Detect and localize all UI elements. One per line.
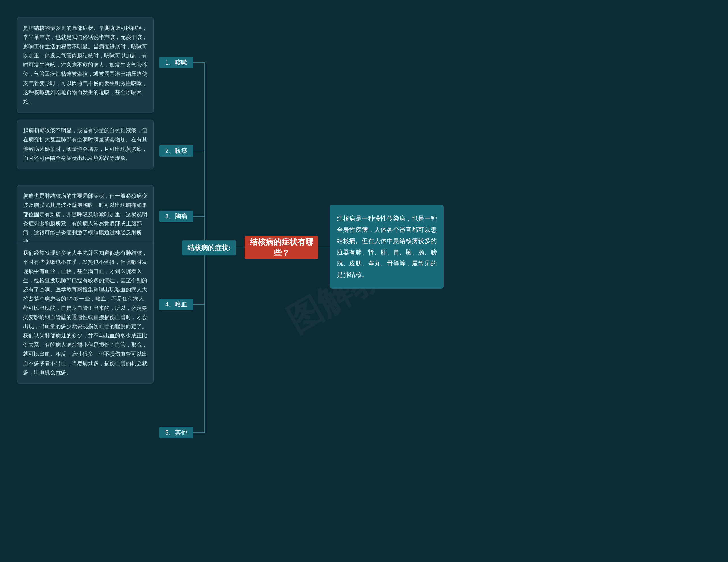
content-text-4: 我们经常发现好多病人事先并不知道他患有肺结核，平时有些咳嗽也不在乎，发热也不觉得… [23, 250, 147, 375]
branch-label-2: 2、咳痰 [159, 145, 193, 156]
branch-label-text-5: 5、其他 [165, 428, 187, 437]
branch-label-text-3: 3、胸痛 [165, 212, 187, 220]
content-box-1: 是肺结核的最多见的局部症状。早期咳嗽可以很轻，常呈单声咳，也就是我们俗话说半声咳… [17, 17, 154, 113]
central-node: 结核病的症状有哪些？ [245, 236, 319, 259]
label-node: 结核病的症状: [182, 240, 236, 255]
branch-label-1: 1、咳嗽 [159, 57, 193, 68]
content-box-4: 我们经常发现好多病人事先并不知道他患有肺结核，平时有些咳嗽也不在乎，发热也不觉得… [17, 242, 154, 384]
branch-label-text-4: 4、咯血 [165, 300, 187, 309]
content-text-3: 胸痛也是肺结核病的主要局部症状，但一般必须病变波及胸膜尤其是波及壁层胸膜，时可以… [23, 193, 147, 245]
branch-label-text-2: 2、咳痰 [165, 146, 187, 155]
mind-map: 图解教育网 结核病的症状有哪些？ [0, 0, 728, 562]
content-text-2: 起病初期咳痰不明显，或者有少量的白色粘液痰，但在病变扩大甚至肺部有空洞时痰量就会… [23, 127, 147, 161]
content-text-1: 是肺结核的最多见的局部症状。早期咳嗽可以很轻，常呈单声咳，也就是我们俗话说半声咳… [23, 25, 147, 104]
branch-label-text-1: 1、咳嗽 [165, 58, 187, 67]
label-node-text: 结核病的症状: [187, 243, 231, 252]
central-node-text: 结核病的症状有哪些？ [245, 237, 319, 258]
info-box: 结核病是一种慢性传染病，也是一种全身性疾病，人体各个器官都可以患结核病。但在人体… [330, 205, 444, 289]
content-box-2: 起病初期咳痰不明显，或者有少量的白色粘液痰，但在病变扩大甚至肺部有空洞时痰量就会… [17, 119, 154, 169]
branch-label-5: 5、其他 [159, 427, 193, 438]
branch-label-4: 4、咯血 [159, 299, 193, 310]
branch-label-3: 3、胸痛 [159, 210, 193, 222]
info-box-text: 结核病是一种慢性传染病，也是一种全身性疾病，人体各个器官都可以患结核病。但在人体… [337, 215, 437, 278]
